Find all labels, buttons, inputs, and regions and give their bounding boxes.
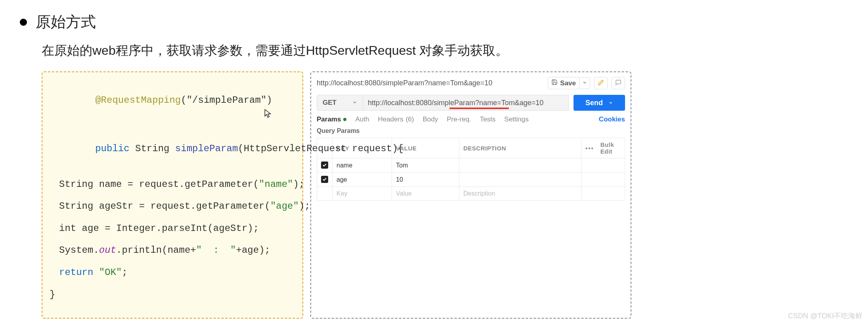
table-row: nameTom [317,158,625,173]
save-button[interactable]: Save [548,77,579,89]
checkbox[interactable] [321,176,328,183]
dot-icon [343,118,346,121]
url-text: http://localhost:8080/simpleParam?name=T… [368,99,543,107]
edit-button[interactable] [594,77,608,89]
tab-auth[interactable]: Auth [355,115,369,123]
cookies-link[interactable]: Cookies [599,115,625,123]
code-l4c: ); [299,201,310,211]
fn-name: simpleParam [175,143,238,154]
method-select[interactable]: GET [317,95,363,111]
param-actions [581,173,625,187]
tab-body-label: Body [423,115,438,123]
bullet-icon [20,19,27,26]
comment-button[interactable] [612,77,625,89]
more-icon[interactable]: ••• [585,145,594,152]
code-l3b: "name" [259,179,293,190]
page-title: 原始方式 [36,12,96,32]
code-l6c: .println(name+ [116,245,196,256]
tabs-row: Params Auth Headers (6) Body Pre-req. Te… [317,115,625,123]
param-desc-placeholder[interactable]: Description [459,187,581,201]
code-l7c: ; [122,267,127,278]
code-l4b: "age" [270,201,299,211]
code-l6d: " : " [196,245,236,256]
tab-body[interactable]: Body [423,115,438,123]
request-title: http://localhost:8080/simpleParam?name=T… [317,79,544,87]
send-button[interactable]: Send [574,95,625,111]
watermark: CSDN @TOKI不吃海鲜 [788,311,862,321]
section-query-params: Query Params [317,127,625,135]
tab-prereq[interactable]: Pre-req. [447,115,471,123]
method-label: GET [323,99,336,107]
th-description: DESCRIPTION [459,138,581,158]
code-l3a: String name = request.getParameter( [59,179,259,190]
chevron-down-icon [352,99,357,107]
tab-headers[interactable]: Headers (6) [378,115,414,123]
send-label: Send [585,99,603,107]
code-l5: int age = Integer.parseInt(ageStr); [50,222,259,235]
url-highlight [449,108,509,109]
param-key[interactable]: name [333,158,392,173]
headers-count: (6) [406,115,414,123]
comment-icon [615,79,621,87]
mapping-arg: ("/simpleParam") [181,95,272,106]
bulk-edit-link[interactable]: Bulk Edit [600,141,621,155]
pencil-icon [598,79,604,87]
tab-params[interactable]: Params [317,115,346,123]
param-value-placeholder[interactable]: Value [392,187,459,201]
code-l4a: String ageStr = request.getParameter( [59,201,270,211]
tab-settings-label: Settings [504,115,528,123]
code-l6e: +age); [236,245,270,256]
tab-auth-label: Auth [355,115,369,123]
checkbox-empty[interactable] [317,187,333,201]
param-key-placeholder[interactable]: Key [333,187,392,201]
annotation: @RequestMapping [95,95,181,106]
tab-headers-label: Headers [378,115,403,123]
save-label: Save [560,79,576,87]
param-actions [581,158,625,173]
code-close: } [50,288,295,302]
tab-tests[interactable]: Tests [480,115,496,123]
code-l6a: System. [59,245,99,256]
heading-row: 原始方式 [20,12,848,32]
tab-prereq-label: Pre-req. [447,115,471,123]
param-desc[interactable] [459,173,581,187]
save-icon [551,79,558,87]
ret-type: String [130,143,175,154]
param-value[interactable]: Tom [392,158,459,173]
code-block: @RequestMapping("/simpleParam") public S… [42,71,303,319]
save-dropdown-button[interactable] [579,77,590,89]
url-input[interactable]: http://localhost:8080/simpleParam?name=T… [363,95,569,111]
param-desc[interactable] [459,158,581,173]
table-row: age10 [317,173,625,187]
th-actions: ••• Bulk Edit [581,138,625,158]
description-text: 在原始的web程序中，获取请求参数，需要通过HttpServletRequest… [42,42,848,60]
table-row-new: KeyValueDescription [317,187,625,201]
param-key[interactable]: age [333,173,392,187]
code-l6b: out [99,245,116,256]
chevron-down-icon [608,99,613,107]
kw-public: public [95,143,129,154]
tab-tests-label: Tests [480,115,496,123]
kw-return: return [59,267,93,278]
param-actions [581,187,625,201]
api-panel: http://localhost:8080/simpleParam?name=T… [310,71,631,319]
fn-params: (HttpServletRequest request){ [238,143,403,154]
param-value[interactable]: 10 [392,173,459,187]
checkbox[interactable] [321,162,328,169]
code-l7b: "OK" [93,267,122,278]
tab-settings[interactable]: Settings [504,115,528,123]
code-l3c: ); [293,179,305,190]
tab-params-label: Params [317,115,341,123]
